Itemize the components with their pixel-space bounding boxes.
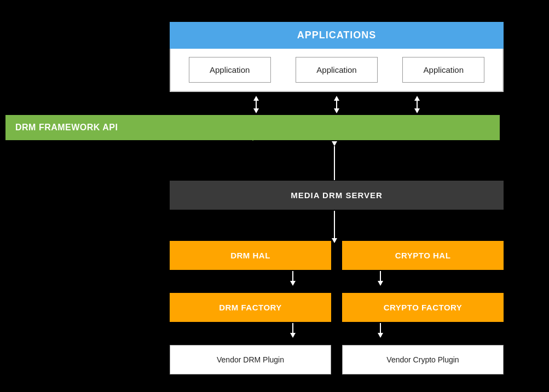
app-box-1: Application xyxy=(189,57,271,83)
arrow-up-icon xyxy=(414,96,420,101)
drm-framework-block: DRM FRAMEWORK API xyxy=(5,115,500,140)
arrow-shaft xyxy=(336,101,337,108)
arrow-shaft xyxy=(292,271,293,281)
arrow-shaft xyxy=(292,323,293,333)
app-box-3: Application xyxy=(402,57,484,83)
crypto-factory-box: CRYPTO FACTORY xyxy=(342,293,504,322)
drm-framework-label: DRM FRAMEWORK API xyxy=(15,123,118,132)
arrow-down-icon xyxy=(414,108,420,113)
vendor-row: Vendor DRM Plugin Vendor Crypto Plugin xyxy=(170,345,504,374)
media-drm-bar: MEDIA DRM SERVER xyxy=(170,181,504,210)
crypto-hal-box: CRYPTO HAL xyxy=(342,241,504,270)
arrow-shaft xyxy=(380,271,381,281)
arrow-shaft xyxy=(380,323,381,333)
hal-factory-arrows xyxy=(170,271,504,286)
app-drm-arrows xyxy=(170,96,504,115)
applications-header: APPLICATIONS xyxy=(170,22,504,49)
applications-body: Application Application Application xyxy=(170,49,504,92)
arrow-shaft xyxy=(334,146,335,180)
drm-to-server-arrow xyxy=(332,141,337,180)
drm-factory-box: DRM FACTORY xyxy=(170,293,331,322)
factory-vendor-arrows xyxy=(170,323,504,338)
hal-factory-arrow-1 xyxy=(290,271,296,286)
vendor-drm-plugin-box: Vendor DRM Plugin xyxy=(170,345,331,374)
factory-row: DRM FACTORY CRYPTO FACTORY xyxy=(170,293,504,322)
arrow-down-icon xyxy=(290,281,296,286)
arrow-up-icon xyxy=(334,96,339,101)
arrow-down-icon xyxy=(378,281,383,286)
applications-block: APPLICATIONS Application Application App… xyxy=(170,22,504,92)
arrow-down-icon xyxy=(378,333,383,338)
arrow-2 xyxy=(334,96,339,113)
arrow-shaft xyxy=(417,101,418,108)
server-to-hal-arrow xyxy=(332,211,337,243)
diagram-container: APPLICATIONS Application Application App… xyxy=(5,11,544,387)
app-box-2: Application xyxy=(296,57,378,83)
hal-factory-arrow-2 xyxy=(378,271,383,286)
vendor-crypto-plugin-box: Vendor Crypto Plugin xyxy=(342,345,504,374)
arrow-shaft xyxy=(256,101,257,108)
arrow-down-icon xyxy=(290,333,296,338)
factory-vendor-arrow-2 xyxy=(378,323,383,338)
arrow-3 xyxy=(414,96,420,113)
arrow-1 xyxy=(253,96,259,113)
factory-vendor-arrow-1 xyxy=(290,323,296,338)
arrow-down-icon xyxy=(253,108,259,113)
media-drm-block: MEDIA DRM SERVER xyxy=(170,181,504,210)
arrow-up-icon xyxy=(253,96,259,101)
arrow-down-icon xyxy=(332,141,337,146)
drm-framework-bar: DRM FRAMEWORK API xyxy=(5,115,500,140)
arrow-shaft xyxy=(334,211,335,238)
hal-row: DRM HAL CRYPTO HAL xyxy=(170,241,504,270)
arrow-down-icon xyxy=(334,108,339,113)
drm-hal-box: DRM HAL xyxy=(170,241,331,270)
